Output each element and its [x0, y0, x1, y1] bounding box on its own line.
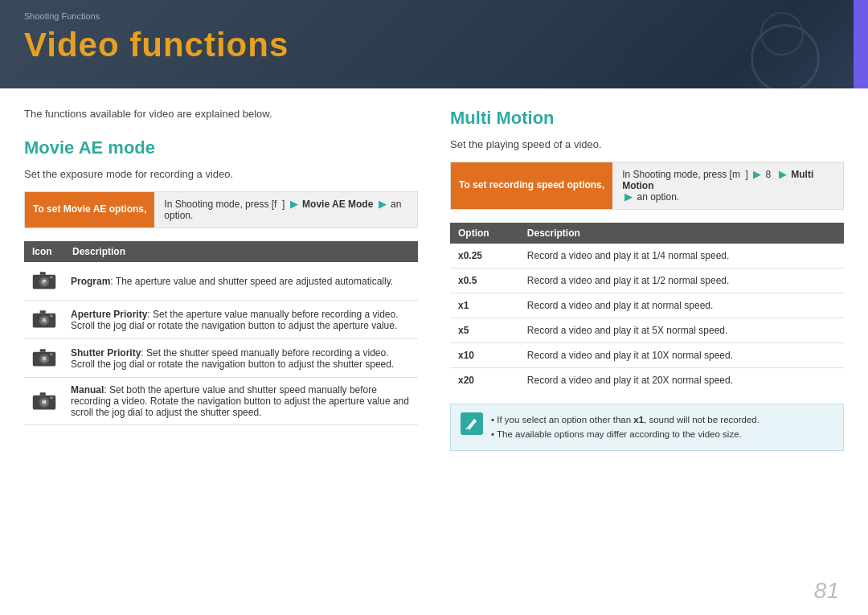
table-row: x0.25 Record a video and play it at 1/4 …: [450, 244, 844, 269]
main-content: The functions available for video are ex…: [0, 88, 868, 615]
instruction-text-right: In Shooting mode, press [m ] ▶ 8 ▶ Multi…: [612, 162, 843, 209]
desc-x1: Record a video and play it at normal spe…: [519, 293, 844, 318]
description-shutter: Shutter Priority: Set the shutter speed …: [64, 339, 418, 378]
description-aperture: Aperture Priority: Set the aperture valu…: [64, 301, 418, 339]
instruction-label: To set Movie AE options,: [25, 192, 154, 228]
svg-rect-21: [40, 392, 46, 396]
table-header-row: Icon Description: [24, 241, 418, 262]
col-description: Description: [519, 223, 844, 244]
svg-rect-4: [50, 277, 53, 279]
camera-manual-icon: M: [31, 389, 57, 412]
table-row: x10 Record a video and play it at 10X no…: [450, 343, 844, 368]
description-manual: Manual: Set both the aperture value and …: [64, 378, 418, 425]
col-option: Option: [450, 223, 519, 244]
svg-rect-15: [40, 349, 46, 352]
header-decoration: [723, 8, 820, 80]
note-box: • If you select an option other than x1,…: [450, 404, 844, 451]
col-icon: Icon: [24, 241, 64, 262]
icon-cell-program: P: [24, 262, 64, 301]
desc-x20: Record a video and play it at 20X normal…: [519, 368, 844, 393]
desc-x05: Record a video and play it at 1/2 normal…: [519, 269, 844, 293]
svg-text:S: S: [43, 355, 46, 361]
camera-aperture-icon: A: [31, 307, 57, 330]
table-row: x5 Record a video and play it at 5X norm…: [450, 318, 844, 343]
svg-rect-10: [50, 315, 53, 318]
table-row: S Shutter Priority: Set the shutter spee…: [24, 339, 418, 378]
table-row: M Manual: Set both the aperture value an…: [24, 378, 418, 425]
instruction-label-right: To set recording speed options,: [451, 162, 612, 209]
desc-x10: Record a video and play it at 10X normal…: [519, 343, 844, 368]
option-x10: x10: [450, 343, 519, 368]
multi-motion-section-title: Multi Motion: [450, 108, 844, 129]
breadcrumb: Shooting Functions: [24, 11, 844, 21]
svg-text:M: M: [43, 400, 47, 404]
desc-x5: Record a video and play it at 5X normal …: [519, 318, 844, 343]
table-row: P Program: The aperture value and shutte…: [24, 262, 418, 301]
option-x20: x20: [450, 368, 519, 393]
camera-shutter-icon: S: [31, 346, 57, 368]
option-x05: x0.5: [450, 269, 519, 293]
col-description: Description: [64, 241, 418, 262]
intro-text: The functions available for video are ex…: [24, 108, 418, 120]
movie-ae-instruction-box: To set Movie AE options, In Shooting mod…: [24, 191, 418, 228]
multi-motion-subtitle: Set the playing speed of a video.: [450, 138, 844, 150]
left-column: The functions available for video are ex…: [24, 105, 418, 599]
icon-cell-shutter: S: [24, 339, 64, 378]
movie-ae-table: Icon Description P: [24, 241, 418, 425]
note-text: • If you select an option other than x1,…: [491, 412, 760, 442]
svg-rect-16: [50, 354, 53, 356]
svg-rect-22: [50, 396, 53, 399]
right-column: Multi Motion Set the playing speed of a …: [450, 105, 844, 599]
multi-motion-instruction-box: To set recording speed options, In Shoot…: [450, 162, 844, 210]
page-title: Video functions: [24, 26, 844, 64]
table-row: x1 Record a video and play it at normal …: [450, 293, 844, 318]
page-header: Shooting Functions Video functions: [0, 0, 868, 88]
description-program: Program: The aperture value and shutter …: [64, 262, 418, 301]
note-icon: [461, 412, 483, 435]
multi-motion-table: Option Description x0.25 Record a video …: [450, 223, 844, 392]
option-x5: x5: [450, 318, 519, 343]
svg-text:P: P: [43, 278, 46, 284]
icon-cell-manual: M: [24, 378, 64, 425]
pen-icon: [465, 416, 479, 431]
svg-rect-9: [40, 310, 46, 314]
desc-x025: Record a video and play it at 1/4 normal…: [519, 244, 844, 269]
option-x1: x1: [450, 293, 519, 318]
table-row: A Aperture Priority: Set the aperture va…: [24, 301, 418, 339]
table-row: x0.5 Record a video and play it at 1/2 n…: [450, 269, 844, 293]
movie-ae-subtitle: Set the exposure mode for recording a vi…: [24, 168, 418, 180]
movie-ae-section-title: Movie AE mode: [24, 137, 418, 158]
instruction-text: In Shooting mode, press [f ] ▶ Movie AE …: [154, 192, 417, 228]
camera-program-icon: P: [31, 269, 57, 291]
page-number: 81: [814, 578, 839, 604]
svg-text:A: A: [43, 317, 47, 322]
table-row: x20 Record a video and play it at 20X no…: [450, 368, 844, 393]
svg-rect-3: [40, 272, 46, 275]
accent-bar: [854, 0, 868, 88]
option-x025: x0.25: [450, 244, 519, 269]
svg-line-24: [466, 428, 467, 429]
icon-cell-aperture: A: [24, 301, 64, 339]
table-header-row: Option Description: [450, 223, 844, 244]
